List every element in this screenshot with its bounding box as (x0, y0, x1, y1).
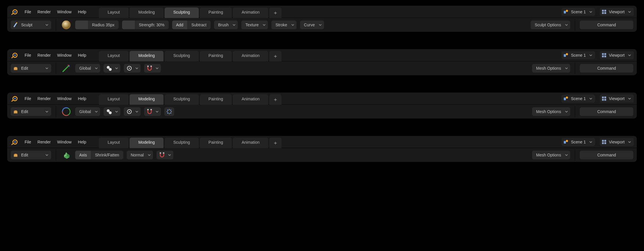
magnet-dropdown[interactable] (157, 151, 173, 159)
mode-label: Edit (21, 109, 28, 114)
tab-animation[interactable]: Animation (233, 8, 268, 18)
chevron-down-icon (628, 98, 631, 99)
magnet-dropdown[interactable] (144, 64, 161, 73)
svg-rect-2 (564, 11, 566, 13)
tab-sculpting[interactable]: Sculpting (165, 94, 199, 105)
menu-file[interactable]: File (22, 95, 34, 102)
tab-painting[interactable]: Painting (200, 8, 232, 18)
tab-modeling[interactable]: Modeling (130, 94, 163, 105)
menu-file[interactable]: File (22, 139, 34, 145)
orientation-label: Global (79, 109, 91, 114)
menu-help[interactable]: Help (76, 52, 89, 59)
menu-file[interactable]: File (22, 8, 34, 15)
pivot-dropdown[interactable] (104, 64, 120, 73)
menu-help[interactable]: Help (76, 8, 89, 15)
tab-layout[interactable]: Layout (99, 138, 128, 148)
axis-button[interactable]: Axis (75, 151, 91, 159)
menu-render[interactable]: Render (35, 139, 53, 145)
axis-shrinkfatten-toggle[interactable]: Axis Shrink/Fatten (75, 151, 123, 159)
scene-select[interactable]: Scene 1 (562, 95, 595, 103)
menu-render[interactable]: Render (35, 52, 53, 59)
viewport-select[interactable]: Viewport (600, 8, 634, 16)
menu-window[interactable]: Window (55, 8, 74, 15)
snap-target-dropdown[interactable] (124, 107, 141, 116)
command-button[interactable]: Command (580, 107, 633, 116)
tab-painting[interactable]: Painting (200, 138, 232, 148)
radius-control[interactable]: Radius 35px (75, 21, 119, 29)
tab-animation[interactable]: Animation (233, 94, 268, 105)
proportional-edit-button[interactable] (164, 107, 174, 116)
menu-window[interactable]: Window (55, 95, 74, 102)
scene-select[interactable]: Scene 1 (562, 8, 595, 16)
chevron-down-icon (565, 154, 568, 156)
add-tab-button[interactable]: ＋ (269, 138, 281, 148)
mode-select[interactable]: Sculpt (11, 21, 51, 29)
shrinkfatten-button[interactable]: Shrink/Fatten (91, 151, 123, 159)
mesh-options-dropdown[interactable]: Mesh Options (532, 107, 570, 116)
sculpt-options-dropdown[interactable]: Sculpt Options (531, 21, 570, 29)
mode-select[interactable]: Edit (11, 151, 51, 159)
svg-rect-46 (150, 109, 152, 110)
tab-sculpting[interactable]: Sculpting (165, 138, 199, 148)
magnet-dropdown[interactable] (144, 107, 161, 116)
add-tab-button[interactable]: ＋ (269, 8, 281, 18)
svg-rect-5 (604, 10, 606, 11)
tab-layout[interactable]: Layout (99, 94, 128, 105)
texture-dropdown[interactable]: Texture (241, 21, 268, 29)
tab-layout[interactable]: Layout (99, 51, 128, 61)
tab-modeling[interactable]: Modeling (130, 138, 163, 148)
scene-select[interactable]: Scene 1 (562, 51, 595, 59)
subtract-button[interactable]: Subtract (187, 21, 210, 29)
menu-file[interactable]: File (22, 52, 34, 59)
menu-window[interactable]: Window (55, 52, 74, 59)
tab-painting[interactable]: Painting (200, 51, 232, 61)
options-label: Sculpt Options (535, 23, 561, 27)
command-button[interactable]: Command (580, 21, 633, 29)
orientation-dropdown[interactable]: Global (75, 64, 100, 73)
tab-painting[interactable]: Painting (200, 94, 232, 105)
divider (575, 62, 575, 74)
pivot-dropdown[interactable] (104, 107, 120, 116)
menu-render[interactable]: Render (35, 8, 53, 15)
tab-modeling[interactable]: Modeling (130, 8, 163, 18)
add-tab-button[interactable]: ＋ (269, 51, 281, 61)
mesh-options-dropdown[interactable]: Mesh Options (532, 151, 570, 159)
menu-window[interactable]: Window (55, 139, 74, 145)
svg-point-3 (566, 10, 568, 12)
app-logo-icon (11, 139, 18, 145)
curve-dropdown[interactable]: Curve (300, 21, 324, 29)
strength-control[interactable]: Strength: 30% (122, 21, 169, 29)
tab-modeling[interactable]: Modeling (130, 51, 163, 61)
tab-sculpting[interactable]: Sculpting (165, 51, 199, 61)
topbar: File Render Window Help Layout Modeling … (7, 93, 637, 105)
viewport-select[interactable]: Viewport (600, 95, 634, 103)
add-subtract-toggle[interactable]: Add Subtract (172, 21, 211, 29)
menu-render[interactable]: Render (35, 95, 53, 102)
scene-icon (563, 53, 568, 58)
menu-help[interactable]: Help (76, 95, 89, 102)
brush-dropdown[interactable]: Brush (214, 21, 238, 29)
command-button[interactable]: Command (580, 64, 633, 73)
mesh-options-dropdown[interactable]: Mesh Options (532, 64, 570, 73)
add-button[interactable]: Add (172, 21, 187, 29)
normal-dropdown[interactable]: Normal (127, 151, 153, 159)
tab-animation[interactable]: Animation (233, 51, 268, 61)
mode-select[interactable]: Edit (11, 107, 51, 116)
svg-point-50 (170, 112, 171, 114)
menu-help[interactable]: Help (76, 139, 89, 145)
stroke-dropdown[interactable]: Stroke (271, 21, 296, 29)
mode-select[interactable]: Edit (11, 64, 51, 73)
scene-select[interactable]: Scene 1 (562, 138, 595, 146)
viewport-select[interactable]: Viewport (600, 138, 634, 146)
chevron-down-icon (589, 98, 592, 99)
snap-target-dropdown[interactable] (124, 64, 141, 73)
tab-sculpting[interactable]: Sculpting (165, 8, 199, 18)
tab-animation[interactable]: Animation (233, 138, 268, 148)
add-tab-button[interactable]: ＋ (269, 94, 281, 105)
viewport-icon (601, 9, 607, 14)
svg-rect-6 (602, 12, 604, 14)
viewport-select[interactable]: Viewport (600, 51, 634, 59)
orientation-dropdown[interactable]: Global (75, 107, 100, 116)
tab-layout[interactable]: Layout (99, 8, 128, 18)
command-button[interactable]: Command (580, 151, 633, 159)
